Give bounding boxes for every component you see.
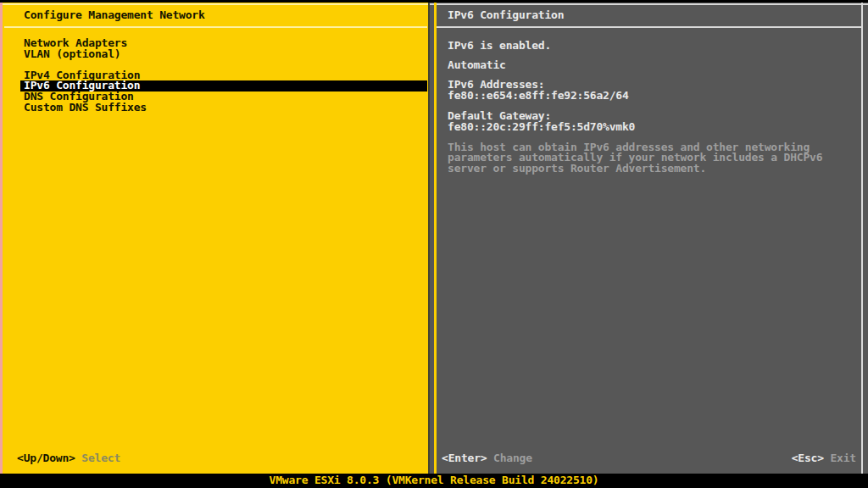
- dcui-screen: Configure Management Network Network Ada…: [0, 0, 868, 488]
- menu-item-custom-dns-suffixes[interactable]: Custom DNS Suffixes: [20, 103, 427, 114]
- right-panel-title: IPv6 Configuration: [448, 9, 564, 21]
- help-line-3: server or supports Router Advertisement.: [448, 164, 846, 174]
- ipv6-mode-text: Automatic: [448, 60, 506, 71]
- right-panel-right-border: [861, 3, 863, 474]
- left-panel-title: Configure Management Network: [24, 9, 205, 21]
- right-title-rule: [437, 26, 861, 28]
- select-action-label: Select: [81, 452, 120, 464]
- right-panel-left-border: [434, 3, 437, 474]
- enter-key-label: <Enter>: [442, 452, 487, 464]
- network-config-menu: Network Adapters VLAN (optional) IPv4 Co…: [20, 38, 427, 113]
- ipv6-status-text: IPv6 is enabled.: [448, 41, 551, 52]
- esc-exit-hint: <Esc> Exit: [792, 452, 856, 463]
- updown-key-label: <Up/Down>: [17, 452, 75, 464]
- ipv6-details-panel: IPv6 Configuration IPv6 is enabled. Auto…: [430, 3, 868, 474]
- menu-item-vlan[interactable]: VLAN (optional): [20, 49, 427, 60]
- enter-change-hint: <Enter> Change: [442, 452, 532, 463]
- ipv6-help-text: This host can obtain IPv6 addresses and …: [448, 142, 846, 174]
- ipv6-address-value: fe80::e654:e8ff:fe92:56a2/64: [448, 91, 629, 102]
- esxi-version-footer: VMware ESXi 8.0.3 (VMKernel Release Buil…: [0, 474, 868, 488]
- left-title-rule: [4, 26, 427, 28]
- left-panel-top-highlight: [3, 3, 428, 5]
- right-panel-top-highlight: [430, 3, 868, 5]
- management-network-menu-panel: Configure Management Network Network Ada…: [0, 3, 428, 474]
- exit-action-label: Exit: [830, 452, 856, 464]
- updown-select-hint: <Up/Down> Select: [17, 452, 120, 463]
- default-gateway-value: fe80::20c:29ff:fef5:5d70%vmk0: [448, 122, 635, 133]
- change-action-label: Change: [493, 452, 532, 464]
- esc-key-label: <Esc>: [792, 452, 824, 464]
